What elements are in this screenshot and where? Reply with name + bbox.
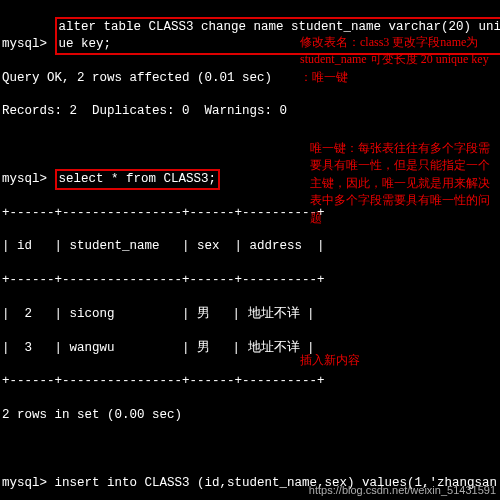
- prompt: mysql>: [2, 37, 47, 51]
- table-header: | id | student_name | sex | address |: [2, 238, 498, 255]
- watermark: https://blog.csdn.net/weixin_51431591: [309, 483, 496, 498]
- prompt: mysql>: [2, 172, 47, 186]
- table-row: | 2 | sicong | 男 | 地址不详 |: [2, 306, 498, 323]
- annotation-alter: 修改表名：class3 更改字段name为 student_name 可变长度 …: [300, 34, 490, 86]
- result-line: 2 rows in set (0.00 sec): [2, 407, 498, 424]
- table-row: | 3 | wangwu | 男 | 地址不详 |: [2, 340, 498, 357]
- prompt: mysql>: [2, 476, 47, 490]
- result-line: Records: 2 Duplicates: 0 Warnings: 0: [2, 103, 498, 120]
- annotation-insert: 插入新内容: [300, 352, 400, 369]
- annotation-unique-key: 唯一键：每张表往往有多个字段需要具有唯一性，但是只能指定一个主键，因此，唯一见就…: [310, 140, 496, 227]
- table-border: +------+----------------+------+--------…: [2, 272, 498, 289]
- sql-select: select * from CLASS3;: [55, 169, 221, 190]
- blank-line: [2, 441, 498, 458]
- table-border: +------+----------------+------+--------…: [2, 373, 498, 390]
